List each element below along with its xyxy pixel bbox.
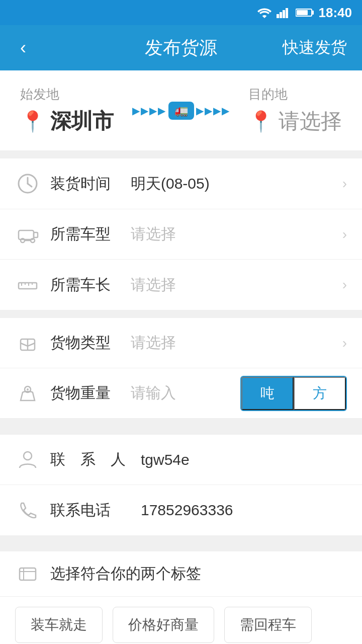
separator-1 bbox=[0, 150, 362, 158]
origin-pin-icon: 📍 bbox=[20, 110, 45, 133]
loading-time-row[interactable]: 装货时间 明天(08-05) › bbox=[0, 158, 362, 209]
vehicle-type-placeholder: 请选择 bbox=[131, 224, 342, 245]
svg-point-24 bbox=[24, 452, 32, 460]
loading-time-label: 装货时间 bbox=[50, 174, 131, 194]
time-display: 18:40 bbox=[319, 5, 352, 21]
unit-cubic-button[interactable]: 方 bbox=[294, 377, 346, 410]
status-icons bbox=[257, 7, 314, 18]
vehicle-length-label: 所需车长 bbox=[50, 275, 131, 295]
chevron-right-icon-2: › bbox=[342, 226, 347, 243]
chevron-right-icon: › bbox=[342, 176, 347, 192]
svg-rect-0 bbox=[277, 14, 279, 18]
svg-point-23 bbox=[27, 388, 29, 390]
separator-3 bbox=[0, 419, 362, 427]
back-button[interactable]: ‹ bbox=[15, 32, 31, 63]
status-bar: 18:40 bbox=[0, 0, 362, 25]
svg-point-13 bbox=[31, 238, 35, 243]
loading-time-section: 装货时间 明天(08-05) › bbox=[0, 158, 362, 209]
origin-point[interactable]: 始发地 📍 深圳市 bbox=[20, 86, 114, 135]
weight-icon bbox=[15, 381, 40, 406]
svg-rect-25 bbox=[20, 568, 36, 580]
wifi-icon bbox=[257, 7, 272, 18]
quick-ship-button[interactable]: 快速发货 bbox=[283, 37, 347, 59]
tag-icon bbox=[15, 561, 40, 587]
cargo-type-placeholder: 请选择 bbox=[131, 333, 342, 353]
svg-rect-10 bbox=[19, 230, 34, 239]
tags-label: 选择符合你的两个标签 bbox=[50, 564, 201, 584]
svg-rect-1 bbox=[280, 12, 282, 18]
tags-section: 选择符合你的两个标签 装车就走 价格好商量 需回程车 bbox=[0, 551, 362, 644]
contact-section: 联 系 人 tgw54e 联系电话 17852963336 bbox=[0, 435, 362, 535]
person-icon bbox=[15, 447, 40, 472]
contact-name-row: 联 系 人 tgw54e bbox=[0, 435, 362, 485]
vehicle-length-placeholder: 请选择 bbox=[131, 275, 342, 295]
clock-icon bbox=[15, 171, 40, 196]
separator-4 bbox=[0, 535, 362, 543]
truck-icon: 🚛 bbox=[168, 102, 194, 120]
vehicle-length-row[interactable]: 所需车长 请选择 › bbox=[0, 260, 362, 310]
route-dots-right: ▶▶▶▶ bbox=[196, 105, 230, 117]
phone-icon bbox=[15, 498, 40, 523]
svg-rect-3 bbox=[286, 8, 288, 18]
tag-item-2[interactable]: 需回程车 bbox=[224, 607, 312, 643]
vehicle-type-row[interactable]: 所需车型 请选择 › bbox=[0, 209, 362, 260]
contact-name-label: 联 系 人 bbox=[50, 449, 141, 470]
tags-row: 装车就走 价格好商量 需回程车 bbox=[0, 597, 362, 644]
route-dots-left: ▶▶▶▶ bbox=[132, 105, 166, 117]
cargo-type-label: 货物类型 bbox=[50, 333, 131, 353]
vehicle-type-label: 所需车型 bbox=[50, 224, 131, 245]
vehicle-type-section: 所需车型 请选择 › 所需车长 请选择 › bbox=[0, 209, 362, 310]
battery-icon bbox=[296, 8, 314, 17]
cargo-weight-input[interactable]: 请输入 bbox=[131, 383, 240, 404]
route-middle: ▶▶▶▶ 🚛 ▶▶▶▶ bbox=[114, 102, 248, 120]
contact-phone-value: 17852963336 bbox=[141, 502, 233, 519]
tag-item-1[interactable]: 价格好商量 bbox=[113, 607, 214, 643]
svg-rect-11 bbox=[34, 232, 38, 237]
dest-point[interactable]: 目的地 📍 请选择 bbox=[248, 86, 342, 135]
unit-ton-button[interactable]: 吨 bbox=[241, 377, 294, 410]
cargo-section: 货物类型 请选择 › 货物重量 请输入 吨 方 bbox=[0, 318, 362, 419]
svg-line-9 bbox=[28, 184, 32, 187]
weight-unit-toggle: 吨 方 bbox=[240, 376, 347, 411]
tag-item-0[interactable]: 装车就走 bbox=[15, 607, 103, 643]
svg-rect-5 bbox=[312, 11, 314, 15]
svg-rect-2 bbox=[283, 10, 285, 18]
separator-2 bbox=[0, 310, 362, 318]
dest-placeholder: 请选择 bbox=[279, 107, 342, 135]
loading-time-value: 明天(08-05) bbox=[131, 174, 342, 194]
route-section: 始发地 📍 深圳市 ▶▶▶▶ 🚛 ▶▶▶▶ 目的地 📍 请选择 bbox=[0, 70, 362, 150]
origin-label: 始发地 bbox=[20, 86, 114, 103]
chevron-right-icon-3: › bbox=[342, 277, 347, 293]
svg-rect-6 bbox=[297, 10, 308, 15]
header-title: 发布货源 bbox=[145, 36, 217, 60]
dest-label: 目的地 bbox=[248, 86, 342, 103]
cargo-icon bbox=[15, 331, 40, 356]
contact-name-value: tgw54e bbox=[141, 451, 190, 468]
dest-pin-icon: 📍 bbox=[248, 110, 274, 133]
truck-type-icon bbox=[15, 222, 40, 247]
signal-icon bbox=[277, 7, 291, 18]
cargo-weight-row: 货物重量 请输入 吨 方 bbox=[0, 368, 362, 419]
cargo-weight-label: 货物重量 bbox=[50, 383, 131, 404]
tags-header: 选择符合你的两个标签 bbox=[0, 551, 362, 597]
chevron-right-icon-4: › bbox=[342, 335, 347, 351]
ruler-icon bbox=[15, 272, 40, 297]
header: ‹ 发布货源 快速发货 bbox=[0, 25, 362, 70]
origin-city: 深圳市 bbox=[50, 107, 114, 135]
contact-phone-label: 联系电话 bbox=[50, 500, 141, 521]
cargo-type-row[interactable]: 货物类型 请选择 › bbox=[0, 318, 362, 368]
svg-point-12 bbox=[21, 238, 25, 243]
contact-phone-row: 联系电话 17852963336 bbox=[0, 485, 362, 535]
